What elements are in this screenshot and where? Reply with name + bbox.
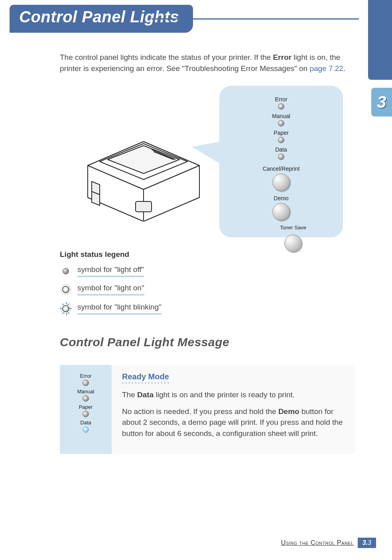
- led-icon: [278, 137, 284, 143]
- legend-row-off: symbol for "light off": [60, 265, 359, 277]
- side-led-label-paper: Paper: [64, 404, 108, 410]
- led-icon: [83, 380, 89, 386]
- printer-figure: Error Manual Paper Data Cancel/Reprint D…: [60, 86, 359, 245]
- intro-text-3: .: [343, 64, 345, 73]
- led-label-error: Error: [227, 96, 335, 103]
- button-label-demo: Demo: [274, 195, 288, 201]
- light-on-icon: [60, 286, 72, 293]
- header-underline: [152, 18, 359, 20]
- intro-text-1: The control panel lights indicate the st…: [60, 53, 273, 61]
- section-heading: Control Panel Light Message: [60, 335, 359, 349]
- cancel-reprint-button[interactable]: [272, 174, 290, 191]
- led-on-icon: [83, 426, 89, 433]
- chapter-number: 3: [377, 93, 386, 112]
- svg-rect-10: [136, 201, 152, 212]
- legend-off-text: symbol for "light off": [77, 265, 144, 277]
- message-box: Error Manual Paper Data Ready Mode The D…: [60, 365, 355, 454]
- light-off-icon: [60, 268, 72, 274]
- legend-blink-text: symbol for "light blinking": [77, 303, 162, 315]
- msg-p2-bold: Demo: [278, 407, 299, 416]
- side-led-label-error: Error: [64, 373, 108, 379]
- led-icon: [278, 120, 284, 126]
- led-label-data: Data: [227, 146, 335, 153]
- msg-p1-bold: Data: [137, 390, 154, 399]
- footer-section-name: Using the Control Panel: [281, 539, 358, 546]
- demo-button[interactable]: [272, 203, 290, 221]
- msg-p1-a: The: [122, 390, 137, 399]
- footer-chapter: 3.: [362, 539, 368, 546]
- legend-row-on: symbol for "light on": [60, 284, 359, 296]
- led-label-paper: Paper: [227, 130, 335, 136]
- footer-pagenum: 3: [368, 539, 371, 546]
- printer-illustration: [72, 110, 215, 223]
- led-icon: [278, 154, 284, 160]
- legend-on-text: symbol for "light on": [77, 284, 144, 296]
- msg-p1-c: light is on and the printer is ready to …: [154, 390, 295, 399]
- toner-save-button[interactable]: [284, 235, 302, 252]
- light-blink-icon: [60, 302, 72, 315]
- page-link[interactable]: page 7.22: [309, 64, 343, 73]
- message-heading: Ready Mode: [122, 372, 169, 384]
- control-panel-callout: Error Manual Paper Data Cancel/Reprint D…: [219, 86, 343, 237]
- page-footer: Using the Control Panel 3.3: [281, 538, 376, 548]
- footer-page-number: 3.3: [358, 538, 376, 548]
- page-title: Control Panel Lights: [19, 8, 179, 26]
- led-icon: [83, 411, 89, 417]
- side-led-label-data: Data: [64, 420, 108, 426]
- msg-p2-a: No action is needed. If you press and ho…: [122, 407, 278, 416]
- led-icon: [83, 395, 89, 402]
- message-paragraph-2: No action is needed. If you press and ho…: [122, 406, 345, 439]
- message-main: Ready Mode The Data light is on and the …: [112, 365, 355, 454]
- side-led-label-manual: Manual: [64, 388, 108, 394]
- message-side-panel: Error Manual Paper Data: [60, 365, 112, 454]
- intro-bold-error: Error: [273, 53, 291, 61]
- chapter-thumb-tab: 3: [371, 88, 392, 116]
- led-icon: [278, 103, 284, 110]
- header-right-bar: [368, 0, 392, 80]
- message-paragraph-1: The Data light is on and the printer is …: [122, 389, 345, 400]
- led-label-manual: Manual: [227, 113, 335, 119]
- button-label-toner: Toner Save: [280, 225, 306, 231]
- legend-row-blink: symbol for "light blinking": [60, 302, 359, 315]
- button-label-cancel: Cancel/Reprint: [263, 166, 300, 172]
- intro-paragraph: The control panel lights indicate the st…: [60, 52, 359, 74]
